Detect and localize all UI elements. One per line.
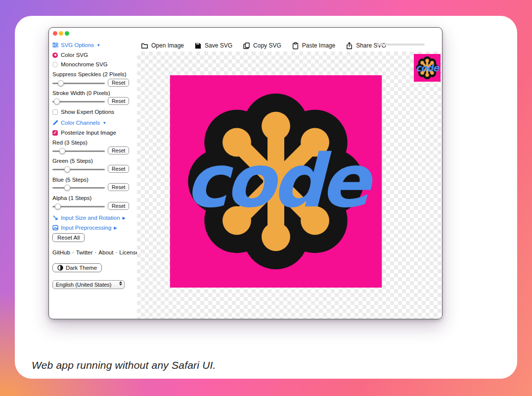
posterize-input-image-checkbox[interactable]: ✓ Posterize Input Image	[52, 129, 116, 137]
twitter-link[interactable]: Twitter	[76, 249, 93, 255]
link-separator: ·	[115, 249, 117, 255]
radio-label: Color SVG	[61, 52, 88, 58]
stroke-width-slider[interactable]	[52, 98, 105, 105]
radio-color-svg[interactable]: Color SVG	[52, 51, 88, 59]
screenshot-card: SVG Options ▼ Color SVG Monochrome SVG S…	[15, 16, 517, 379]
input-preprocessing-section-header[interactable]: Input Preprocessing ▶	[52, 224, 117, 232]
image-icon	[52, 225, 58, 231]
chevron-down-icon: ▼	[96, 43, 100, 48]
suppress-speckles-slider-row: Reset	[52, 79, 128, 88]
green-steps-label: Green (5 Steps)	[52, 157, 93, 165]
paste-image-button[interactable]: Paste Image	[292, 42, 335, 50]
save-svg-button[interactable]: Save SVG	[194, 42, 232, 50]
progress-bar	[376, 44, 425, 46]
reset-button[interactable]: Reset	[108, 79, 129, 87]
reset-button[interactable]: Reset	[108, 202, 129, 210]
radio-label: Monochrome SVG	[61, 61, 108, 67]
blue-slider-row: Reset	[52, 183, 128, 192]
about-link[interactable]: About	[98, 249, 113, 255]
checkbox-label: Posterize Input Image	[61, 130, 116, 136]
reset-all-button[interactable]: Reset All	[52, 233, 85, 242]
link-separator: ·	[72, 249, 74, 255]
show-expert-options-checkbox[interactable]: Show Expert Options	[52, 108, 114, 116]
dark-theme-row: Dark Theme	[52, 262, 102, 273]
share-icon	[346, 42, 353, 50]
checkbox-label: Show Expert Options	[61, 109, 114, 115]
svg-options-section-header[interactable]: SVG Options ▼	[52, 41, 100, 49]
language-select[interactable]: English (United States)	[52, 280, 125, 289]
input-size-rotation-section-header[interactable]: Input Size and Rotation ▶	[52, 214, 126, 222]
alpha-slider-row: Reset	[52, 202, 128, 211]
section-label: SVG Options	[61, 42, 94, 48]
suppress-speckles-slider[interactable]	[52, 80, 105, 87]
color-channels-section-header[interactable]: Color Channels ▼	[52, 119, 106, 127]
reset-button[interactable]: Reset	[108, 183, 129, 191]
traced-svg-output	[170, 75, 382, 288]
chevron-right-icon: ▶	[123, 216, 126, 220]
contrast-icon	[57, 265, 63, 271]
share-svg-button[interactable]: Share SVG	[346, 42, 386, 50]
app-window: SVG Options ▼ Color SVG Monochrome SVG S…	[48, 27, 443, 319]
clipboard-icon	[292, 42, 299, 50]
reset-button[interactable]: Reset	[108, 97, 129, 105]
toolbar: Open Image Save SVG Copy SVG	[141, 40, 386, 51]
chevron-right-icon: ▶	[114, 226, 117, 230]
green-steps-slider[interactable]	[52, 166, 105, 173]
toolbar-button-label: Paste Image	[302, 42, 335, 49]
license-link[interactable]: License	[119, 249, 139, 255]
blue-steps-label: Blue (5 Steps)	[52, 176, 89, 184]
section-label: Input Preprocessing	[61, 225, 111, 231]
suppress-speckles-label: Suppress Speckles (2 Pixels)	[52, 70, 127, 78]
toolbar-button-label: Open Image	[151, 42, 184, 49]
save-icon	[194, 42, 202, 50]
alpha-steps-label: Alpha (1 Steps)	[52, 194, 91, 202]
resize-arrow-icon	[52, 215, 58, 221]
red-steps-label: Red (3 Steps)	[52, 139, 88, 147]
stroke-width-label: Stroke Width (0 Pixels)	[52, 89, 110, 97]
language-select-wrap: English (United States)	[52, 280, 125, 289]
folder-icon	[141, 42, 148, 50]
radio-monochrome-svg[interactable]: Monochrome SVG	[52, 60, 108, 68]
input-image-preview	[414, 54, 441, 82]
checkbox: ✓	[52, 130, 58, 136]
toolbar-button-label: Save SVG	[205, 42, 232, 49]
dark-theme-button[interactable]: Dark Theme	[52, 263, 102, 272]
open-image-button[interactable]: Open Image	[141, 42, 184, 50]
section-label: Color Channels	[61, 120, 100, 126]
red-slider-row: Reset	[52, 147, 128, 155]
reset-button[interactable]: Reset	[108, 165, 129, 173]
reset-button[interactable]: Reset	[108, 147, 129, 154]
red-steps-slider[interactable]	[52, 148, 105, 154]
minimize-window-button[interactable]	[59, 31, 63, 36]
stroke-width-slider-row: Reset	[52, 97, 128, 106]
radio-button	[52, 62, 58, 67]
svg-output-canvas	[137, 51, 442, 319]
dark-theme-label: Dark Theme	[66, 265, 97, 271]
chevron-down-icon: ▼	[102, 121, 106, 125]
caption-text: Web app running without any Safari UI.	[32, 359, 216, 371]
alpha-steps-slider[interactable]	[52, 203, 105, 210]
radio-button	[52, 52, 58, 58]
zoom-window-button[interactable]	[65, 31, 69, 36]
tune-icon	[52, 42, 58, 48]
blue-steps-slider[interactable]	[52, 184, 105, 191]
footer-links: GitHub · Twitter · About · License	[52, 248, 139, 256]
brush-icon	[52, 120, 58, 126]
github-link[interactable]: GitHub	[52, 249, 70, 255]
close-window-button[interactable]	[53, 31, 57, 36]
reset-all-row: Reset All	[52, 234, 85, 242]
green-slider-row: Reset	[52, 165, 128, 174]
copy-svg-button[interactable]: Copy SVG	[243, 42, 281, 50]
copy-icon	[243, 42, 250, 50]
section-label: Input Size and Rotation	[61, 215, 120, 221]
toolbar-button-label: Copy SVG	[253, 42, 281, 49]
link-separator: ·	[95, 249, 97, 255]
checkbox	[52, 109, 58, 115]
